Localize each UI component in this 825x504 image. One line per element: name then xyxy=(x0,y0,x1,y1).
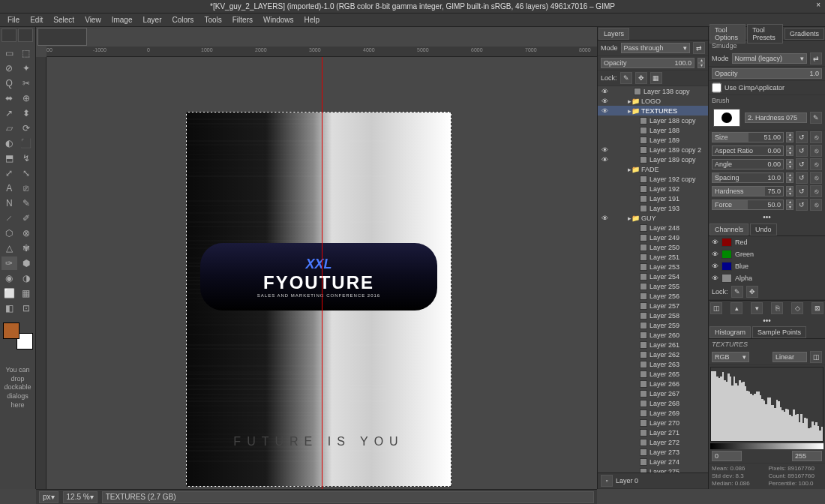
slider-force[interactable]: Force50.0 xyxy=(712,200,784,210)
to-opacity-slider[interactable]: Opacity1.0 xyxy=(712,68,822,79)
layer-item[interactable]: 👁▸📁GUY xyxy=(598,213,708,223)
layer-item[interactable]: Layer 257 xyxy=(598,301,708,310)
layer-thumb-icon[interactable]: ▫ xyxy=(601,475,613,487)
document-tab[interactable] xyxy=(38,28,87,46)
ruler-horizontal[interactable]: -2000-1000010002000300040005000600070008… xyxy=(46,46,597,57)
layer-item[interactable]: Layer 267 xyxy=(598,388,708,398)
slider-aspect-ratio[interactable]: Aspect Ratio0.00 xyxy=(712,146,784,156)
layer-item[interactable]: Layer 268 xyxy=(598,398,708,408)
slider-reset-icon[interactable]: ↺ xyxy=(796,199,808,211)
layer-item[interactable]: Layer 191 xyxy=(598,194,708,203)
tool-9[interactable]: ⬍ xyxy=(19,106,34,120)
layer-item[interactable]: Layer 258 xyxy=(598,310,708,320)
channel-red[interactable]: 👁Red xyxy=(709,236,825,248)
slider-spin[interactable]: ▴▾ xyxy=(786,146,794,156)
visibility-icon[interactable]: 👁 xyxy=(712,250,718,258)
slider-link-icon[interactable]: ⎋ xyxy=(810,172,822,184)
tool-5[interactable]: ✂ xyxy=(19,76,34,90)
slider-angle[interactable]: Angle0.00 xyxy=(712,159,784,170)
ch-tab-0[interactable]: Channels xyxy=(710,224,748,236)
slider-reset-icon[interactable]: ↺ xyxy=(796,145,808,157)
layer-item[interactable]: Layer 260 xyxy=(598,330,708,340)
visibility-icon[interactable]: 👁 xyxy=(599,107,610,115)
ch-del[interactable]: ⊠ xyxy=(812,302,824,314)
visibility-icon[interactable]: 👁 xyxy=(599,214,610,222)
slider-link-icon[interactable]: ⎋ xyxy=(810,199,822,211)
layer-item[interactable]: Layer 272 xyxy=(598,437,708,447)
ch-up[interactable]: ▴ xyxy=(730,302,742,314)
layers-tab[interactable]: Layers xyxy=(598,28,629,40)
to-mode-select[interactable]: Normal (legacy)▾ xyxy=(732,53,807,64)
menu-colors[interactable]: Colors xyxy=(167,15,198,25)
menu-view[interactable]: View xyxy=(80,15,106,25)
layer-item[interactable]: Layer 262 xyxy=(598,350,708,359)
lock-position-icon[interactable]: ✥ xyxy=(635,72,647,84)
menu-file[interactable]: File xyxy=(3,15,24,25)
slider-hardness[interactable]: Hardness75.0 xyxy=(712,186,784,196)
tool-16[interactable]: ⤢ xyxy=(2,166,17,180)
lock-pixels-icon[interactable]: ✎ xyxy=(620,72,632,84)
slider-spin[interactable]: ▴▾ xyxy=(786,172,794,183)
slider-spin[interactable]: ▴▾ xyxy=(786,159,794,170)
tool-15[interactable]: ↯ xyxy=(19,152,34,165)
tool-7[interactable]: ⊕ xyxy=(19,92,34,105)
tool-4[interactable]: Q xyxy=(2,76,17,90)
tool-31[interactable]: ◑ xyxy=(19,272,34,285)
layer-item[interactable]: Layer 265 xyxy=(598,369,708,379)
tool-3[interactable]: ✦ xyxy=(19,62,34,75)
layer-item[interactable]: Layer 254 xyxy=(598,272,708,281)
layer-item[interactable]: Layer 274 xyxy=(598,457,708,466)
layer-item[interactable]: Layer 192 xyxy=(598,184,708,194)
layer-item[interactable]: Layer 259 xyxy=(598,320,708,330)
menu-windows[interactable]: Windows xyxy=(259,15,298,25)
histogram-gradient[interactable] xyxy=(710,443,824,449)
slider-reset-icon[interactable]: ↺ xyxy=(796,158,808,170)
layer-item[interactable]: Layer 269 xyxy=(598,408,708,418)
visibility-icon[interactable]: 👁 xyxy=(599,156,610,164)
gimp-applicator-checkbox[interactable] xyxy=(712,82,722,93)
slider-spin[interactable]: ▴▾ xyxy=(786,200,794,210)
histo-from[interactable]: 0 xyxy=(712,451,742,461)
tool-34[interactable]: ◧ xyxy=(2,302,17,315)
layer-item[interactable]: Layer 250 xyxy=(598,242,708,252)
layer-item[interactable]: Layer 188 copy xyxy=(598,116,708,125)
toolbox-tab-1[interactable] xyxy=(2,28,16,42)
visibility-icon[interactable]: 👁 xyxy=(599,98,610,105)
visibility-icon[interactable]: 👁 xyxy=(712,274,718,282)
zoom-select[interactable]: 12.5 % ▾ xyxy=(63,491,98,503)
tool-23[interactable]: ✐ xyxy=(19,212,34,225)
slider-spin[interactable]: ▴▾ xyxy=(786,186,794,196)
brush-name[interactable]: 2. Hardness 075 xyxy=(745,112,807,123)
tool-11[interactable]: ⟳ xyxy=(19,122,34,135)
layer-item[interactable]: Layer 271 xyxy=(598,428,708,437)
tool-22[interactable]: ⟋ xyxy=(2,212,17,225)
layer-item[interactable]: Layer 253 xyxy=(598,262,708,272)
close-icon[interactable]: × xyxy=(816,1,820,9)
tool-12[interactable]: ◐ xyxy=(2,136,17,150)
visibility-icon[interactable]: 👁 xyxy=(599,146,610,154)
tool-2[interactable]: ⊘ xyxy=(2,62,17,75)
ch-dup[interactable]: ⎘ xyxy=(771,302,783,314)
fg-color[interactable] xyxy=(3,322,20,339)
more-dots-2[interactable]: ••• xyxy=(709,316,825,326)
tool-0[interactable]: ▭ xyxy=(2,46,17,60)
layer-item[interactable]: Layer 249 xyxy=(598,232,708,242)
slider-link-icon[interactable]: ⎋ xyxy=(810,131,822,143)
layer-item[interactable]: Layer 263 xyxy=(598,359,708,369)
tool-24[interactable]: ⬡ xyxy=(2,226,17,240)
menu-select[interactable]: Select xyxy=(49,15,79,25)
menu-filters[interactable]: Filters xyxy=(228,15,257,25)
tool-26[interactable]: △ xyxy=(2,242,17,255)
layer-item[interactable]: Layer 251 xyxy=(598,252,708,262)
tool-13[interactable]: ⬛ xyxy=(19,136,34,150)
histo-tab-0[interactable]: Histogram xyxy=(710,326,751,338)
tool-28[interactable]: ✑ xyxy=(2,256,17,270)
visibility-icon[interactable]: 👁 xyxy=(599,88,610,95)
layer-item[interactable]: Layer 261 xyxy=(598,340,708,350)
opacity-spinner[interactable]: ▴▾ xyxy=(698,58,705,68)
channel-blue[interactable]: 👁Blue xyxy=(709,260,825,272)
slider-link-icon[interactable]: ⎋ xyxy=(810,145,822,157)
lock-alpha-icon[interactable]: ▦ xyxy=(650,72,662,84)
tool-29[interactable]: ⬢ xyxy=(19,256,34,270)
tool-25[interactable]: ⊗ xyxy=(19,226,34,240)
